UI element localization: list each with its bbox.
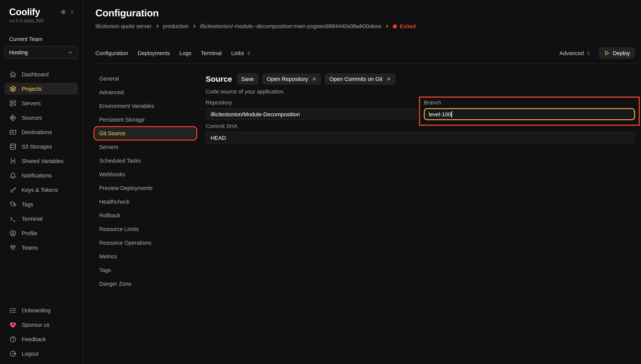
sidebar-item-sources[interactable]: Sources — [5, 112, 78, 124]
sidebar-item-s3-storages[interactable]: S3 Storages — [5, 140, 78, 152]
subnav-item-preview-deployments[interactable]: Preview Deployments — [96, 183, 195, 194]
section-title: Source — [206, 74, 232, 84]
commit-sha-input[interactable]: HEAD — [206, 132, 635, 144]
sidebar-item-teams[interactable]: Teams — [5, 242, 78, 254]
branch-field-column: Branch level-100 — [424, 100, 635, 120]
subnav-item-scheduled-tasks[interactable]: Scheduled Tasks — [96, 156, 195, 166]
user-circle-icon — [9, 229, 17, 237]
arrow-up-right-icon — [386, 76, 391, 82]
tab-deployments[interactable]: Deployments — [138, 50, 170, 56]
sidebar-item-label: Sources — [22, 114, 42, 121]
sidebar: Coolify v4.0.0-beta.399 Current Team Hos… — [0, 0, 83, 364]
theme-selector-icon[interactable] — [69, 9, 75, 15]
layers-icon — [9, 85, 17, 92]
sidebar-item-shared-variables[interactable]: Shared Variables — [5, 155, 78, 167]
save-button[interactable]: Save — [237, 73, 258, 85]
sidebar-item-label: Notifications — [22, 172, 52, 178]
sidebar-item-keys-tokens[interactable]: Keys & Tokens — [5, 184, 78, 196]
tab-logs[interactable]: Logs — [180, 50, 191, 56]
advanced-dropdown[interactable]: Advanced — [559, 50, 591, 56]
sidebar-item-label: Logout — [22, 350, 39, 356]
branch-annotation-box: Branch level-100 — [419, 96, 640, 126]
chevron-down-icon — [67, 50, 73, 56]
chevron-right-icon — [192, 24, 197, 28]
git-source-icon — [9, 114, 17, 122]
sidebar-item-label: Terminal — [22, 216, 43, 222]
repository-input[interactable]: illicitestonion/Module-Decomposition — [206, 108, 417, 120]
subnav-item-environment-variables[interactable]: Environment Variables — [96, 101, 195, 111]
breadcrumb-environment[interactable]: production — [163, 23, 189, 29]
page-title: Configuration — [96, 7, 635, 18]
chevron-right-icon — [385, 24, 389, 28]
sidebar-item-terminal[interactable]: Terminal — [5, 213, 78, 224]
deploy-button[interactable]: Deploy — [599, 47, 635, 59]
tabs: Configuration Deployments Logs Terminal … — [96, 50, 251, 56]
open-commits-button[interactable]: Open Commits on Git — [325, 73, 395, 85]
sidebar-item-feedback[interactable]: Feedback — [5, 333, 78, 345]
config-subnav: General Advanced Environment Variables P… — [96, 73, 195, 289]
sidebar-item-notifications[interactable]: Notifications — [5, 170, 78, 181]
tab-configuration[interactable]: Configuration — [96, 50, 128, 56]
sidebar-item-profile[interactable]: Profile — [5, 227, 78, 239]
variables-icon — [9, 157, 17, 165]
subnav-item-tags[interactable]: Tags — [96, 265, 195, 276]
subnav-item-advanced[interactable]: Advanced — [96, 87, 195, 98]
main-content: Configuration illicitonion quote server … — [83, 0, 641, 364]
database-icon — [9, 143, 17, 150]
app-version: v4.0.0-beta.399 — [5, 18, 78, 24]
home-icon — [9, 70, 17, 78]
sidebar-item-projects[interactable]: Projects — [5, 83, 78, 94]
sidebar-item-dashboard[interactable]: Dashboard — [5, 68, 78, 80]
sidebar-item-label: Teams — [22, 244, 38, 250]
subnav-item-rollback[interactable]: Rollback — [96, 210, 195, 221]
bell-icon — [9, 172, 17, 179]
key-icon — [9, 186, 17, 194]
server-icon — [9, 99, 17, 107]
sidebar-item-label: Projects — [22, 86, 42, 92]
sidebar-item-label: Dashboard — [22, 71, 49, 77]
sidebar-item-label: Sponsor us — [22, 322, 50, 328]
subnav-item-healthcheck[interactable]: Healthcheck — [96, 196, 195, 207]
tab-links[interactable]: Links — [231, 50, 251, 56]
sidebar-item-logout[interactable]: Logout — [5, 348, 78, 360]
sidebar-item-servers[interactable]: Servers — [5, 97, 78, 109]
checklist-icon — [9, 306, 17, 314]
sidebar-item-tags[interactable]: Tags — [5, 198, 78, 210]
subnav-item-persistent-storage[interactable]: Persistent Storage — [96, 114, 195, 125]
current-team-label: Current Team — [5, 36, 78, 42]
chevron-right-icon — [155, 24, 160, 28]
subnav-item-git-source[interactable]: Git Source — [96, 128, 195, 139]
subnav-item-resource-operations[interactable]: Resource Operations — [96, 238, 195, 248]
sidebar-item-label: Onboarding — [22, 307, 51, 313]
arrow-up-right-icon — [312, 76, 317, 82]
status-text: Exited — [400, 23, 416, 29]
text-cursor — [451, 111, 452, 117]
subnav-item-servers[interactable]: Servers — [96, 142, 195, 152]
sidebar-item-label: Feedback — [22, 336, 46, 342]
selector-icon — [586, 50, 591, 56]
breadcrumb-application[interactable]: illicitestonion/-module--decomposition:m… — [200, 23, 381, 29]
subnav-item-webhooks[interactable]: Webhooks — [96, 169, 195, 180]
sidebar-item-destinations[interactable]: Destinations — [5, 126, 78, 138]
sidebar-item-label: Shared Variables — [22, 158, 64, 164]
sidebar-item-label: Servers — [22, 100, 41, 106]
sun-icon[interactable] — [60, 9, 67, 15]
sidebar-item-sponsor-us[interactable]: Sponsor us — [5, 319, 78, 330]
breadcrumb-project[interactable]: illicitonion quote server — [96, 23, 152, 29]
commit-sha-field-group: Commit SHA HEAD — [206, 123, 635, 144]
sidebar-item-label: Keys & Tokens — [22, 187, 58, 193]
sidebar-item-label: Tags — [22, 201, 33, 207]
sidebar-item-onboarding[interactable]: Onboarding — [5, 304, 78, 316]
subnav-item-metrics[interactable]: Metrics — [96, 251, 195, 262]
tags-icon — [9, 200, 17, 208]
subnav-item-resource-limits[interactable]: Resource Limits — [96, 224, 195, 234]
open-repository-button[interactable]: Open Repository — [262, 73, 321, 85]
subnav-item-general[interactable]: General — [96, 73, 195, 84]
team-select[interactable]: Hosting — [5, 46, 78, 59]
tabs-row: Configuration Deployments Logs Terminal … — [96, 47, 635, 59]
sidebar-nav: Dashboard Projects Servers Sources Desti… — [5, 68, 78, 254]
subnav-item-danger-zone[interactable]: Danger Zone — [96, 278, 195, 289]
git-source-section: Source Save Open Repository Open Commits… — [206, 73, 635, 144]
branch-input[interactable]: level-100 — [424, 108, 635, 120]
tab-terminal[interactable]: Terminal — [201, 50, 222, 56]
